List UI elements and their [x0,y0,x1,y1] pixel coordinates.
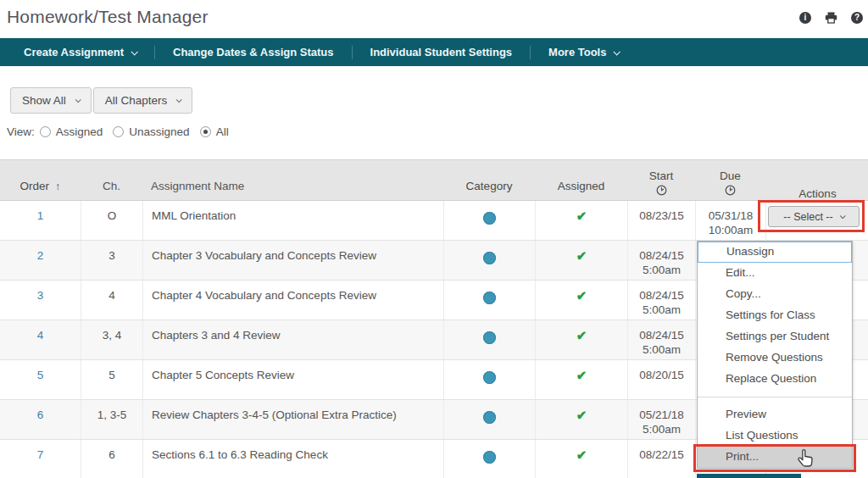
order-link[interactable]: 6 [37,409,44,421]
page-title: Homework/Test Manager [7,7,209,27]
nav-divider [530,46,531,59]
help-icon[interactable]: ? [851,12,863,24]
menu-item-list-questions[interactable]: List Questions [698,425,852,447]
assigned-check-icon: ✔ [576,447,587,462]
chevron-down-icon [131,48,137,55]
assigned-check-icon: ✔ [576,248,587,263]
category-dot-icon [483,252,496,264]
assignment-name: Sections 6.1 to 6.3 Reading Check [142,440,443,478]
create-assignment-menu[interactable]: Create Assignment [24,46,136,58]
category-dot-icon [483,292,496,304]
assignment-name: Chapters 3 and 4 Review [142,320,443,359]
order-link[interactable]: 3 [37,289,44,302]
menu-item-copy[interactable]: Copy... [698,284,852,305]
nav-divider [154,46,155,59]
order-link[interactable]: 5 [37,369,44,381]
menu-divider [698,397,852,397]
change-dates-button[interactable]: Change Dates & Assign Status [173,46,334,58]
chevron-down-icon [839,213,845,219]
actions-dropdown-menu: Unassign Edit... Copy... Settings for Cl… [697,241,853,469]
col-header-assigned: Assigned [535,160,627,200]
category-dot-icon [483,371,496,384]
category-dot-icon [483,212,496,225]
assigned-check-icon: ✔ [576,288,587,303]
print-icon[interactable] [825,12,837,24]
col-header-category: Category [443,160,535,200]
clock-icon [656,185,667,196]
col-header-ch: Ch. [81,160,142,200]
assignment-name: Chapter 3 Vocabulary and Concepts Review [142,241,443,280]
actions-select-dropdown[interactable]: -- Select -- [768,206,860,227]
order-link[interactable]: 7 [37,448,44,461]
menu-item-remove-questions[interactable]: Remove Questions [698,347,852,369]
category-dot-icon [483,411,496,424]
menu-item-preview[interactable]: Preview [698,404,852,425]
table-header: Order ↑ Ch. Assignment Name Category Ass… [0,159,868,201]
sort-asc-icon: ↑ [55,180,61,192]
show-filter-dropdown[interactable]: Show All [10,87,92,114]
table-row: 1 O MML Orientation ✔ 08/23/15 05/31/181… [0,201,868,241]
chevron-down-icon [614,48,620,55]
col-header-due: Due [695,160,765,200]
assignment-name: Chapter 4 Vocabulary and Concepts Review [142,281,443,320]
radio-all[interactable] [200,126,211,137]
radio-assigned[interactable] [40,126,51,137]
homework-test-manager-page: Homework/Test Manager i ? Create Assignm… [0,0,868,478]
clock-icon [725,185,736,196]
menu-item-replace-question[interactable]: Replace Question [698,369,852,390]
filter-bar: Show All All Chapters [10,87,192,114]
menu-item-settings-for-class[interactable]: Settings for Class [698,305,852,326]
category-dot-icon [483,451,496,464]
col-header-name: Assignment Name [142,160,443,200]
col-header-actions: Actions [765,160,868,200]
col-header-order[interactable]: Order ↑ [0,160,81,200]
col-header-start: Start [627,160,695,200]
menu-item-settings-per-student[interactable]: Settings per Student [698,326,852,347]
menu-item-edit[interactable]: Edit... [698,263,852,284]
nav-divider [352,46,353,59]
info-icon[interactable]: i [799,12,811,24]
chevron-down-icon [176,97,182,103]
order-link[interactable]: 4 [37,329,44,342]
chapters-filter-dropdown[interactable]: All Chapters [93,87,193,114]
view-selector: View: Assigned Unassigned All [7,125,234,138]
radio-unassigned[interactable] [113,126,124,137]
order-link[interactable]: 1 [37,209,44,222]
more-tools-menu[interactable]: More Tools [548,46,619,58]
individual-student-settings-button[interactable]: Individual Student Settings [370,46,513,58]
menu-item-unassign[interactable]: Unassign [698,242,852,263]
order-link[interactable]: 2 [37,249,44,262]
assignment-name: Review Chapters 3-4-5 (Optional Extra Pr… [142,400,443,439]
assignment-name: Chapter 5 Concepts Review [142,360,443,399]
main-toolbar: Create Assignment Change Dates & Assign … [0,38,868,66]
assigned-check-icon: ✔ [576,408,587,422]
assigned-check-icon: ✔ [576,328,587,342]
assignment-name: MML Orientation [142,201,443,240]
assigned-check-icon: ✔ [576,368,587,382]
category-dot-icon [483,331,496,344]
bottom-edge-bar [697,474,801,478]
assigned-check-icon: ✔ [576,208,587,223]
top-icon-bar: i ? [799,12,863,24]
chevron-down-icon [75,97,81,103]
view-label: View: [7,125,35,138]
menu-item-print[interactable]: Print... [698,447,852,468]
